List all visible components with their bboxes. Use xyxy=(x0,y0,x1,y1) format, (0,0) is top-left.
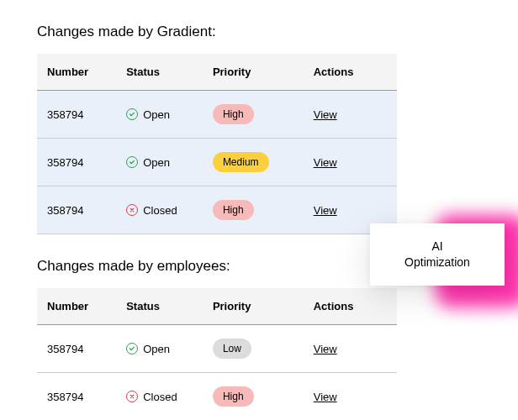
check-circle-icon xyxy=(126,108,138,120)
table-employees: Number Status Priority Actions 358794 Op… xyxy=(37,288,397,420)
view-link[interactable]: View xyxy=(314,204,337,217)
view-link[interactable]: View xyxy=(314,391,337,403)
col-header-number: Number xyxy=(37,54,116,91)
check-circle-icon xyxy=(126,156,138,168)
table-row: 358794 Open High View xyxy=(37,91,397,139)
cell-priority: High xyxy=(203,373,304,421)
priority-badge: High xyxy=(213,104,254,124)
priority-badge: High xyxy=(213,200,254,220)
section-title-employees: Changes made by employees: xyxy=(37,258,397,275)
cell-status: Open xyxy=(116,325,203,373)
cell-number: 358794 xyxy=(37,139,116,186)
check-circle-icon xyxy=(126,343,138,354)
cell-actions: View xyxy=(304,91,397,139)
section-employees: Changes made by employees: Number Status… xyxy=(37,258,397,420)
cell-number: 358794 xyxy=(37,373,116,421)
cell-number: 358794 xyxy=(37,325,116,373)
callout-line1: AI xyxy=(383,239,491,255)
cell-actions: View xyxy=(304,325,397,373)
status-label: Open xyxy=(143,108,170,121)
section-title-gradient: Changes made by Gradient: xyxy=(37,24,397,40)
changes-card: Changes made by Gradient: Number Status … xyxy=(7,0,427,420)
table-gradient: Number Status Priority Actions 358794 Op… xyxy=(37,54,397,234)
section-gradient: Changes made by Gradient: Number Status … xyxy=(37,24,397,234)
table-row: 358794 Closed High View xyxy=(37,373,397,421)
table-row: 358794 Open Medium View xyxy=(37,139,397,186)
cell-actions: View xyxy=(304,373,397,421)
cell-status: Open xyxy=(116,139,203,186)
cell-status: Closed xyxy=(116,373,203,421)
cell-status: Open xyxy=(116,91,203,139)
cell-actions: View xyxy=(304,139,397,186)
priority-badge: Medium xyxy=(213,152,269,172)
status-label: Open xyxy=(143,156,170,169)
col-header-status: Status xyxy=(116,288,203,325)
cell-status: Closed xyxy=(116,186,203,234)
col-header-actions: Actions xyxy=(304,288,397,325)
cell-number: 358794 xyxy=(37,91,116,139)
table-row: 358794 Closed High View xyxy=(37,186,397,234)
priority-badge: High xyxy=(213,386,254,407)
status-label: Closed xyxy=(143,391,177,403)
col-header-priority: Priority xyxy=(203,54,304,91)
col-header-status: Status xyxy=(116,54,203,91)
view-link[interactable]: View xyxy=(314,343,337,355)
col-header-number: Number xyxy=(37,288,116,325)
col-header-priority: Priority xyxy=(203,288,304,325)
status-label: Open xyxy=(143,343,170,355)
priority-badge: Low xyxy=(213,339,251,359)
x-circle-icon xyxy=(126,391,138,402)
view-link[interactable]: View xyxy=(314,108,337,121)
status-label: Closed xyxy=(143,204,177,217)
callout-line2: Optimization xyxy=(383,255,491,270)
cell-priority: Low xyxy=(203,325,304,373)
x-circle-icon xyxy=(126,204,138,216)
view-link[interactable]: View xyxy=(314,156,337,169)
table-row: 358794 Open Low View xyxy=(37,325,397,373)
col-header-actions: Actions xyxy=(304,54,397,91)
cell-priority: Medium xyxy=(203,139,304,186)
ai-optimization-callout: AI Optimization xyxy=(370,223,505,286)
cell-number: 358794 xyxy=(37,186,116,234)
cell-priority: High xyxy=(203,186,304,234)
cell-priority: High xyxy=(203,91,304,139)
